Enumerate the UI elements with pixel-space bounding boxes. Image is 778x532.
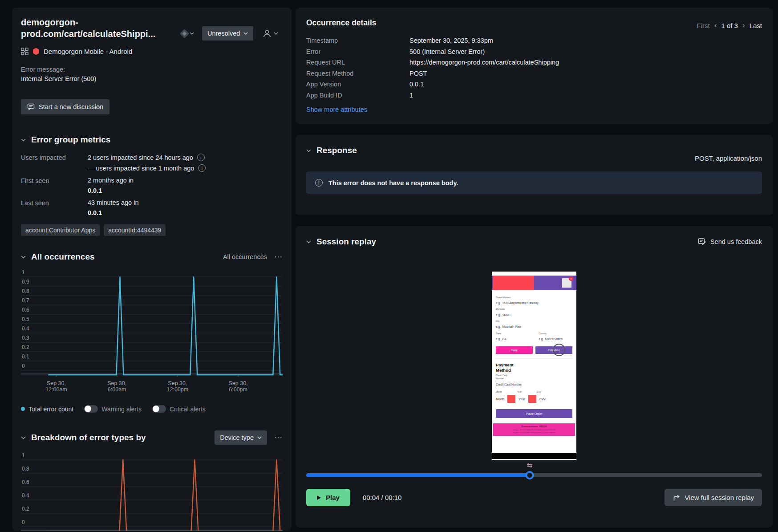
pagination-next-icon[interactable]: › [742, 21, 745, 30]
priority-dropdown[interactable] [181, 30, 194, 37]
tags-row: account:Contributor Apps accountId:44944… [21, 224, 283, 236]
cvv-label: CVV [537, 390, 541, 393]
scrubber-thumb[interactable] [525, 471, 534, 479]
collapse-chevron-icon[interactable] [306, 149, 311, 152]
tag-account[interactable]: account:Contributor Apps [21, 224, 100, 236]
svg-text:0.2: 0.2 [22, 344, 29, 350]
phone-app-bar: 9 [492, 276, 576, 290]
more-options-icon[interactable]: ⋯ [274, 255, 283, 259]
svg-text:0.8: 0.8 [22, 466, 29, 472]
svg-text:0.8: 0.8 [22, 288, 29, 294]
cart-icon: 9 [562, 278, 571, 288]
device-type-dropdown[interactable]: Device type [215, 430, 267, 445]
attr-label: App Build ID [306, 92, 409, 99]
chevron-down-icon [274, 32, 278, 35]
cc-label: Credit Card Number [496, 374, 514, 381]
cvv-select: CVV [539, 398, 546, 401]
play-icon [317, 495, 321, 500]
collapse-chevron-icon[interactable] [21, 436, 26, 439]
critical-alerts-toggle[interactable] [152, 405, 166, 413]
collapse-chevron-icon[interactable] [306, 240, 311, 244]
session-meta-line: Expires: On 4/7/2032 09:14 (anti-lock) 2… [494, 431, 574, 434]
attr-value: 500 (Internal Server Error) [409, 48, 762, 55]
broken-image-placeholder [507, 395, 515, 403]
view-full-replay-button[interactable]: View full session replay [665, 489, 762, 506]
hexagon-severity-icon [32, 48, 40, 55]
error-header: demogorgon-prod.com/cart/calculateShippi… [21, 16, 283, 41]
legend-critical-label: Critical alerts [170, 406, 206, 413]
legend-total-label: Total error count [28, 406, 73, 413]
play-button[interactable]: Play [306, 489, 350, 506]
metrics-grid: Users impacted 2 users impacted since 24… [21, 154, 283, 216]
cart-badge: 9 [569, 276, 573, 281]
start-discussion-button[interactable]: Start a new discussion [21, 99, 109, 114]
tag-account-id[interactable]: accountId:4494439 [104, 224, 166, 236]
error-details-page: { "error_header": { "title": "demogorgon… [0, 0, 778, 532]
environment-label: Environment: PROD [494, 425, 574, 428]
year-label: Year [517, 390, 522, 393]
occurrence-details-card: Occurrence details First ‹ 1 of 3 › Last… [296, 8, 773, 124]
error-group-panel: demogorgon-prod.com/cart/calculateShippi… [12, 8, 292, 531]
last-seen-value: 43 minutes ago in [88, 199, 283, 206]
session-id-line: Session ID: 2279d4d8-79c3-414b-8a04-9a61… [494, 429, 574, 431]
collapse-chevron-icon[interactable] [21, 138, 26, 142]
occurrences-heading: All occurrences [31, 252, 95, 262]
attr-label: Error [306, 48, 409, 55]
open-replay-arrow-icon [673, 494, 680, 501]
collapse-chevron-icon[interactable] [21, 256, 26, 259]
svg-text:Sep 30,12:00pm: Sep 30,12:00pm [167, 380, 189, 393]
svg-text:Sep 30,6:00pm: Sep 30,6:00pm [229, 380, 248, 393]
project-row: Demogorgon Mobile - Android [21, 48, 283, 55]
svg-text:0.3: 0.3 [22, 335, 29, 341]
pagination-last[interactable]: Last [750, 22, 762, 29]
send-feedback-button[interactable]: Send us feedback [698, 238, 762, 246]
users-impacted-label: Users impacted [21, 154, 88, 172]
pagination-first[interactable]: First [697, 22, 710, 29]
network-event-marker-icon: ⇆ [527, 461, 532, 469]
info-icon[interactable]: i [197, 154, 205, 161]
metrics-heading: Error group metrics [31, 135, 110, 145]
zip-input: e.g., 94043 [496, 313, 572, 317]
svg-text:0.4: 0.4 [22, 492, 29, 499]
attr-label: Timestamp [306, 37, 409, 44]
error-title: demogorgon-prod.com/cart/calculateShippi… [21, 16, 178, 40]
occurrences-chart: 10.90.80.70.60.50.40.30.20.10Sep 30,12:0… [21, 270, 283, 395]
payment-heading: Payment Method [496, 362, 519, 373]
attr-label: App Version [306, 81, 409, 88]
occurrences-filter-dropdown[interactable]: All occurrences [223, 253, 267, 260]
priority-icon [180, 28, 189, 38]
svg-text:1: 1 [22, 453, 25, 459]
svg-text:0.6: 0.6 [22, 479, 29, 485]
assignee-dropdown[interactable] [262, 28, 278, 38]
project-name: Demogorgon Mobile - Android [44, 48, 132, 55]
show-more-attributes-link[interactable]: Show more attributes [306, 106, 367, 113]
more-options-icon[interactable]: ⋯ [274, 435, 283, 440]
svg-text:Sep 30,12:00am: Sep 30,12:00am [45, 380, 67, 393]
month-select: Month [496, 398, 504, 401]
svg-text:0.7: 0.7 [22, 297, 29, 304]
street-input: e.g., 1600 Amphitheatre Parkway [496, 301, 572, 305]
svg-text:0.2: 0.2 [22, 506, 29, 512]
state-input: e.g., CA [496, 337, 539, 341]
feedback-icon [698, 238, 706, 246]
svg-text:0.4: 0.4 [22, 325, 29, 332]
session-replay-heading: Session replay [316, 237, 376, 247]
person-icon [262, 28, 272, 38]
last-seen-label: Last seen [21, 199, 88, 216]
attr-value: POST [409, 70, 762, 77]
svg-text:0.5: 0.5 [22, 316, 29, 322]
pagination-prev-icon[interactable]: ‹ [714, 21, 717, 30]
cc-input: Credit Card Number [496, 383, 572, 386]
attr-value: September 30, 2025, 9:33pm [409, 37, 762, 44]
info-icon[interactable]: i [198, 164, 206, 172]
attr-value: 0.0.1 [409, 81, 762, 88]
response-card: Response POST, application/json i This e… [296, 135, 773, 215]
users-impacted-1mo: — users impacted since 1 month ago [88, 165, 194, 172]
phone-nav-bar [492, 453, 576, 459]
response-notice: i This error does not have a response bo… [306, 171, 762, 194]
svg-text:0.9: 0.9 [22, 279, 29, 285]
warning-alerts-toggle[interactable] [84, 405, 98, 413]
status-dropdown[interactable]: Unresolved [202, 26, 253, 41]
replay-scrubber[interactable] [306, 473, 762, 477]
session-replay-card: Session replay Send us feedback 9 Street… [296, 226, 773, 528]
